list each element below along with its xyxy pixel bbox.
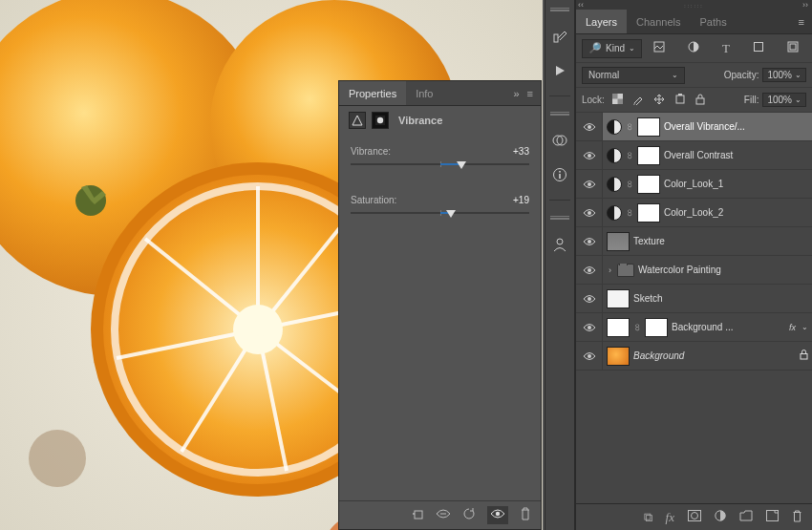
saturation-slider[interactable] (351, 207, 529, 221)
layer-name[interactable]: Overall Vibrance/... (664, 121, 808, 132)
overlapping-circles-icon[interactable] (550, 131, 569, 150)
link-icon[interactable]: 𝟾 (626, 121, 633, 133)
layer-name[interactable]: Sketch (633, 293, 808, 304)
toggle-visibility-icon[interactable] (487, 506, 508, 524)
layers-panel-menu-icon[interactable]: ≡ (791, 10, 812, 33)
blend-mode-select[interactable]: Normal ⌄ (582, 67, 685, 84)
info-icon[interactable] (550, 165, 569, 184)
reset-icon[interactable] (462, 507, 476, 523)
filter-type-icon[interactable]: T (722, 41, 730, 56)
tab-layers[interactable]: Layers (576, 10, 627, 33)
filter-adjustment-icon[interactable] (688, 41, 699, 55)
layer-name[interactable]: Background (633, 350, 792, 361)
collapse-arrows-icon[interactable]: » (513, 88, 519, 99)
layers-list[interactable]: 𝟾Overall Vibrance/...𝟾Overall Contrast𝟾C… (576, 113, 812, 503)
opacity-field[interactable]: 100%⌄ (762, 68, 806, 82)
layer-row[interactable]: 𝟾Background ...fx⌄ (576, 313, 812, 342)
layer-name[interactable]: Background ... (672, 322, 783, 332)
layer-row[interactable]: Sketch (576, 285, 812, 313)
link-icon[interactable]: 𝟾 (626, 207, 633, 219)
layer-thumb[interactable] (607, 318, 630, 337)
tab-properties[interactable]: Properties (339, 81, 406, 105)
layer-effects-badge[interactable]: fx (789, 323, 796, 332)
layer-row[interactable]: 𝟾Overall Vibrance/... (576, 113, 812, 141)
visibility-toggle[interactable] (576, 141, 603, 169)
filter-shape-icon[interactable] (753, 41, 764, 55)
layer-row[interactable]: 𝟾Color_Look_2 (576, 199, 812, 227)
layer-mask-thumb[interactable] (637, 175, 660, 194)
lock-all-icon[interactable] (695, 94, 705, 107)
layer-thumb[interactable] (607, 289, 630, 308)
history-brush-icon[interactable] (550, 27, 569, 46)
layer-name[interactable]: Color_Look_2 (664, 207, 808, 218)
visibility-toggle[interactable] (576, 285, 603, 312)
svg-rect-62 (801, 354, 807, 360)
add-mask-icon[interactable] (688, 510, 701, 524)
properties-panel-tabs: Properties Info » ≡ (339, 81, 541, 106)
tab-channels[interactable]: Channels (627, 10, 690, 33)
layer-mask-thumb[interactable] (637, 117, 660, 137)
chevron-down-icon[interactable]: ⌄ (801, 323, 808, 331)
new-adjustment-icon[interactable] (715, 510, 726, 524)
layer-mask-thumb[interactable] (637, 146, 660, 165)
layer-row[interactable]: 𝟾Color_Look_1 (576, 170, 812, 199)
layer-name[interactable]: Watercolor Painting (638, 265, 808, 275)
blend-mode-value: Normal (588, 70, 619, 80)
filter-smart-icon[interactable] (787, 41, 799, 55)
delete-adjustment-icon[interactable] (520, 507, 531, 523)
view-previous-icon[interactable] (436, 508, 451, 522)
filter-kind-select[interactable]: 🔎 Kind ⌄ (582, 39, 642, 58)
visibility-toggle[interactable] (576, 313, 603, 341)
link-icon[interactable]: 𝟾 (633, 322, 641, 333)
layer-row[interactable]: Background (576, 342, 812, 371)
visibility-toggle[interactable] (576, 342, 603, 370)
play-action-icon[interactable] (550, 61, 569, 80)
expand-group-icon[interactable]: › (609, 265, 611, 275)
layer-effects-icon[interactable]: fx (666, 510, 674, 525)
dock-grip[interactable] (550, 216, 569, 220)
layer-row[interactable]: ›Watercolor Painting (576, 256, 812, 285)
clip-to-layer-icon[interactable] (411, 507, 424, 523)
expand-right-icon[interactable]: ›› (802, 0, 808, 10)
lock-artboard-icon[interactable] (674, 94, 686, 107)
tab-info[interactable]: Info (406, 81, 442, 105)
layer-mask-thumb[interactable] (637, 203, 660, 223)
layer-name[interactable]: Texture (633, 236, 808, 246)
layer-thumb[interactable] (607, 232, 630, 251)
lock-position-icon[interactable] (653, 94, 665, 107)
vibrance-slider[interactable] (351, 159, 529, 172)
visibility-toggle[interactable] (576, 113, 603, 140)
saturation-slider-thumb[interactable] (446, 210, 456, 218)
visibility-toggle[interactable] (576, 170, 603, 198)
lock-transparency-icon[interactable] (612, 94, 623, 106)
mask-mode-icon[interactable] (372, 112, 389, 129)
visibility-toggle[interactable] (576, 199, 603, 226)
layer-name[interactable]: Color_Look_1 (664, 179, 808, 189)
vibrance-value[interactable]: +33 (513, 146, 529, 157)
panel-menu-icon[interactable]: ≡ (527, 88, 533, 99)
new-group-icon[interactable] (739, 510, 753, 524)
layer-thumb[interactable] (607, 347, 630, 366)
fill-field[interactable]: 100%⌄ (762, 93, 806, 107)
dock-grip[interactable] (550, 112, 569, 116)
dock-grip[interactable] (550, 8, 569, 11)
tab-paths[interactable]: Paths (691, 10, 737, 33)
panel-drag-bar[interactable]: ‹‹ :::::: ›› (576, 0, 812, 10)
visibility-toggle[interactable] (576, 227, 603, 255)
layer-row[interactable]: 𝟾Overall Contrast (576, 141, 812, 170)
collapse-left-icon[interactable]: ‹‹ (578, 0, 584, 10)
link-layers-icon[interactable]: ⧉ (644, 510, 652, 525)
person-icon[interactable] (550, 235, 569, 254)
visibility-toggle[interactable] (576, 256, 603, 284)
vibrance-slider-thumb[interactable] (457, 161, 466, 169)
delete-layer-icon[interactable] (792, 510, 802, 525)
link-icon[interactable]: 𝟾 (626, 150, 633, 161)
layer-row[interactable]: Texture (576, 227, 812, 256)
new-layer-icon[interactable] (766, 510, 779, 524)
layer-name[interactable]: Overall Contrast (664, 150, 808, 160)
link-icon[interactable]: 𝟾 (626, 179, 633, 190)
filter-pixel-icon[interactable] (653, 41, 665, 55)
saturation-value[interactable]: +19 (513, 195, 529, 205)
layer-mask-thumb[interactable] (645, 318, 668, 337)
lock-pixels-icon[interactable] (632, 94, 644, 107)
